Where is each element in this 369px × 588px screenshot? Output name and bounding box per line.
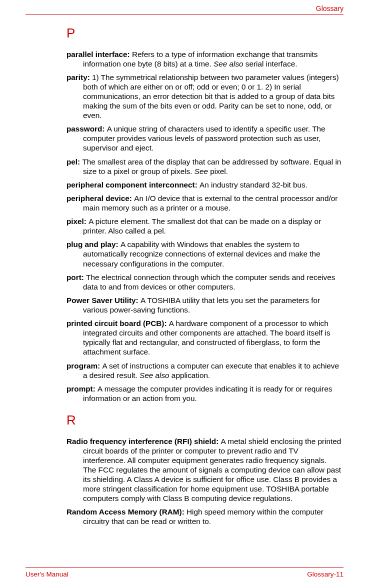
entry-peripheral-device: peripheral device: An I/O device that is…	[66, 194, 342, 212]
section-letter-r: R	[66, 412, 342, 428]
entry-power-saver: Power Saver Utility: A TOSHIBA utility t…	[66, 296, 342, 314]
term: port:	[66, 273, 86, 282]
term: plug and play:	[66, 240, 120, 248]
term: pel:	[66, 158, 82, 166]
term: peripheral device:	[66, 194, 134, 202]
definition-tail: application.	[170, 371, 210, 380]
term: Power Saver Utility:	[66, 296, 140, 304]
see: See	[194, 167, 208, 176]
definition: A metal shield enclosing the printed cir…	[83, 437, 341, 503]
entry-program: program: A set of instructions a compute…	[66, 361, 342, 380]
entry-plug-and-play: plug and play: A capability with Windows…	[66, 240, 342, 268]
definition-tail: pixel.	[208, 167, 228, 176]
entry-rfi: Radio frequency interference (RFI) shiel…	[66, 436, 342, 504]
glossary-content: P parallel interface: Refers to a type o…	[66, 23, 342, 530]
footer-manual-label: User's Manual	[26, 570, 68, 579]
definition: An industry standard 32-bit bus.	[200, 180, 308, 189]
top-rule	[26, 14, 344, 14]
term: password:	[66, 124, 107, 133]
term: Radio frequency interference (RFI) shiel…	[66, 437, 221, 446]
entry-password: password: A unique string of characters …	[66, 124, 342, 152]
definition: A message the computer provides indicati…	[83, 384, 332, 402]
definition-tail: serial interface.	[244, 60, 298, 68]
bottom-rule	[26, 568, 344, 568]
entry-parity: parity: 1) The symmetrical relationship …	[66, 72, 342, 120]
term: parity:	[66, 73, 92, 82]
term: pixel:	[66, 217, 88, 226]
entry-pixel: pixel: A picture element. The smallest d…	[66, 216, 342, 236]
entry-pcb: printed circuit board (PCB): A hardware …	[66, 318, 342, 356]
term: Random Access Memory (RAM):	[66, 508, 186, 516]
section-letter-p: P	[66, 25, 342, 42]
definition: A set of instructions a computer can exe…	[83, 362, 339, 380]
definition: 1) The symmetrical relationship between …	[83, 73, 339, 120]
see-also: See also	[214, 60, 244, 68]
definition: A unique string of characters used to id…	[83, 124, 326, 152]
entry-port: port: The electrical connection through …	[66, 272, 342, 292]
term: peripheral component interconnect:	[66, 180, 200, 189]
entry-parallel-interface: parallel interface: Refers to a type of …	[66, 50, 342, 68]
page-header-section: Glossary	[316, 4, 344, 14]
definition: A picture element. The smallest dot that…	[83, 217, 321, 235]
term: parallel interface:	[66, 50, 132, 58]
term: program:	[66, 362, 102, 370]
entry-pci: peripheral component interconnect: An in…	[66, 180, 342, 190]
term: prompt:	[66, 384, 98, 393]
definition: The electrical connection through which …	[83, 273, 335, 291]
see-also: See also	[140, 371, 170, 380]
entry-pel: pel: The smallest area of the display th…	[66, 157, 342, 176]
entry-prompt: prompt: A message the computer provides …	[66, 384, 342, 403]
term: printed circuit board (PCB):	[66, 319, 169, 328]
footer-page-number: Glossary-11	[307, 570, 344, 579]
entry-ram: Random Access Memory (RAM): High speed m…	[66, 507, 342, 526]
